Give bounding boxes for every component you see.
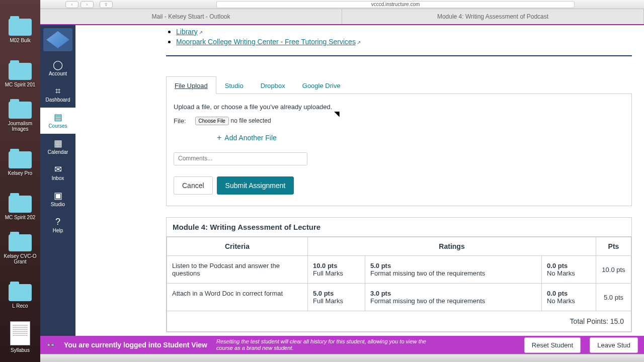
rating-cell: 5.0 ptsFormat missing two of the require… — [365, 256, 542, 284]
desktop-file[interactable]: Syllabus — [0, 310, 40, 354]
canvas-global-nav: ◯Account ⌗Dashboard ▤Courses ▦Calendar ✉… — [40, 25, 75, 336]
inbox-icon: ✉ — [54, 165, 62, 174]
studio-icon: ▣ — [54, 191, 62, 200]
nav-studio[interactable]: ▣Studio — [40, 186, 75, 212]
nav-dashboard[interactable]: ⌗Dashboard — [40, 81, 75, 108]
rating-cell: 3.0 ptsFormat missing two of the require… — [365, 284, 542, 311]
nav-help[interactable]: ?Help — [40, 212, 75, 238]
rating-cell: 5.0 ptsFull Marks — [308, 284, 365, 311]
student-view-bar: 👓 You are currently logged into Student … — [40, 336, 644, 354]
tab-google-drive[interactable]: Google Drive — [294, 76, 349, 94]
file-label: File: — [174, 117, 186, 125]
no-file-text: no file selected — [231, 117, 271, 124]
browser-toolbar: ‹ › ⇪ vcccd.instructure.com — [0, 0, 644, 9]
criteria-cell: Listen to the Podcast and answer the que… — [167, 256, 308, 284]
student-view-description: Resetting the test student will clear al… — [216, 338, 428, 351]
rubric: Module 4: Writing Assessment of Lecture … — [166, 217, 632, 332]
add-another-file[interactable]: + Add Another File — [217, 133, 624, 142]
add-another-label: Add Another File — [224, 134, 277, 142]
desktop-folder[interactable]: L Reco — [0, 265, 40, 310]
folder-label: MC Spirit 202 — [5, 215, 36, 220]
comments-input[interactable] — [174, 152, 307, 165]
total-points: Total Points: 15.0 — [167, 311, 631, 332]
rubric-total-row: Total Points: 15.0 — [167, 311, 631, 332]
header-criteria: Criteria — [167, 237, 308, 256]
file-label: Syllabus — [11, 347, 30, 353]
library-link[interactable]: Library — [176, 28, 198, 36]
nav-account[interactable]: ◯Account — [40, 55, 75, 81]
book-icon: ▤ — [54, 113, 62, 122]
criteria-cell: Attach in a Word Doc in correct format — [167, 284, 308, 311]
external-link-icon: ↗ — [199, 30, 203, 35]
nav-label: Inbox — [52, 175, 64, 181]
nav-label: Help — [53, 228, 63, 233]
tab-studio[interactable]: Studio — [216, 76, 252, 94]
nav-label: Studio — [51, 202, 65, 207]
calendar-icon: ▦ — [54, 139, 62, 148]
nav-label: Account — [49, 71, 67, 76]
tab-dropbox[interactable]: Dropbox — [252, 76, 294, 94]
row-points: 5.0 pts — [596, 284, 631, 311]
rating-cell: 0.0 ptsNo Marks — [542, 256, 596, 284]
forward-button[interactable]: › — [80, 1, 94, 8]
back-button[interactable]: ‹ — [65, 1, 78, 8]
folder-label: MC Spirit 201 — [5, 82, 36, 87]
external-link-icon: ↗ — [357, 40, 361, 45]
rating-cell: 0.0 ptsNo Marks — [542, 284, 596, 311]
header-pts: Pts — [596, 237, 631, 256]
nav-courses[interactable]: ▤Courses — [40, 108, 75, 134]
reset-student-button[interactable]: Reset Student — [524, 337, 581, 353]
folder-label: Kelsey CVC-O Grant — [1, 253, 39, 264]
nav-calendar[interactable]: ▦Calendar — [40, 134, 75, 160]
macos-dock[interactable] — [40, 354, 644, 362]
help-icon: ? — [55, 217, 60, 226]
desktop-folder[interactable]: Kelsey Pro — [0, 133, 40, 177]
nav-inbox[interactable]: ✉Inbox — [40, 160, 75, 186]
assignment-page: Library↗ Moorpark College Writing Center… — [75, 25, 644, 336]
desktop-folder[interactable]: MC Spirit 201 — [0, 44, 40, 88]
share-button[interactable]: ⇪ — [100, 1, 113, 8]
dashboard-icon: ⌗ — [55, 86, 60, 96]
tab-file-upload[interactable]: File Upload — [166, 76, 216, 94]
folder-label: L Reco — [12, 303, 28, 309]
browser-tab[interactable]: Module 4: Writing Assessment of Podcast — [342, 9, 644, 24]
submission-type-tabs: File Upload Studio Dropbox Google Drive — [166, 76, 632, 94]
file-upload-panel: Upload a file, or choose a file you've a… — [166, 94, 632, 206]
url-bar[interactable]: vcccd.instructure.com — [216, 1, 575, 8]
resource-links: Library↗ Moorpark College Writing Center… — [166, 27, 632, 46]
rubric-title: Module 4: Writing Assessment of Lecture — [167, 218, 631, 237]
student-view-message: You are currently logged into Student Vi… — [64, 341, 207, 349]
desktop-folder[interactable]: Kelsey CVC-O Grant — [0, 221, 40, 265]
desktop-folder[interactable]: M02 Bulk — [0, 0, 40, 44]
rating-cell: 10.0 ptsFull Marks — [308, 256, 365, 284]
folder-label: M02 Bulk — [10, 38, 31, 43]
cancel-button[interactable]: Cancel — [174, 176, 213, 195]
browser-tabs: Mail - Kelsey Stuart - Outlook Module 4:… — [40, 9, 644, 25]
folder-label: Journalism Images — [1, 121, 39, 132]
user-icon: ◯ — [53, 60, 63, 69]
nav-label: Calendar — [48, 149, 68, 155]
plus-icon: + — [217, 133, 221, 142]
writing-center-link[interactable]: Moorpark College Writing Center - Free T… — [176, 38, 356, 46]
divider — [166, 55, 632, 56]
rubric-row: Listen to the Podcast and answer the que… — [167, 256, 631, 284]
header-ratings: Ratings — [308, 237, 596, 256]
browser-tab[interactable]: Mail - Kelsey Stuart - Outlook — [40, 9, 342, 24]
institution-logo[interactable] — [43, 28, 72, 51]
glasses-icon: 👓 — [46, 341, 55, 349]
row-points: 10.0 pts — [596, 256, 631, 284]
leave-student-view-button[interactable]: Leave Stud — [590, 337, 638, 353]
desktop-folder[interactable]: Journalism Images — [0, 88, 40, 133]
folder-label: Kelsey Pro — [8, 170, 32, 176]
submit-assignment-button[interactable]: Submit Assignment — [217, 176, 294, 195]
desktop-background: M02 Bulk MC Spirit 201 Journalism Images… — [0, 0, 40, 362]
desktop-folder[interactable]: MC Spirit 202 — [0, 177, 40, 221]
upload-instruction: Upload a file, or choose a file you've a… — [174, 103, 624, 111]
choose-file-button[interactable]: Choose File — [195, 117, 229, 125]
nav-label: Courses — [48, 123, 67, 129]
nav-label: Dashboard — [46, 97, 70, 103]
rubric-row: Attach in a Word Doc in correct format 5… — [167, 284, 631, 311]
